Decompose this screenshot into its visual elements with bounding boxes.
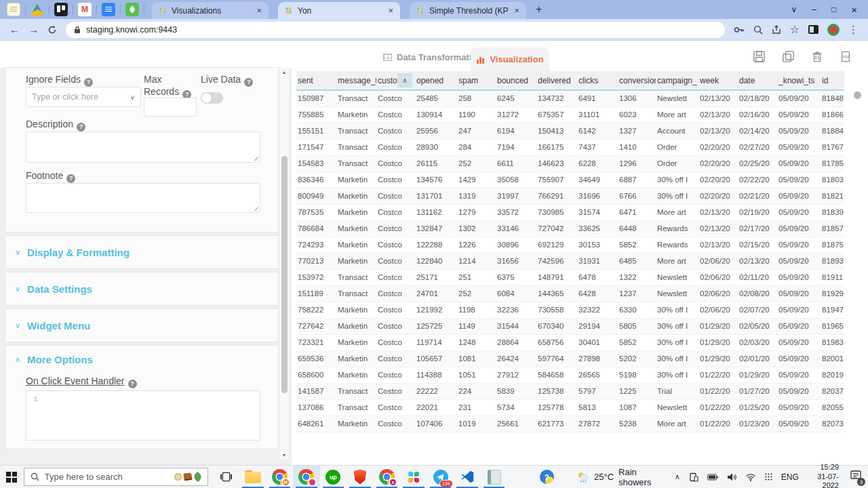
description-textarea[interactable]	[26, 132, 260, 162]
tab-simple-threshold[interactable]: Simple Threshold (KPI) – Docume ×	[410, 2, 526, 19]
gmail-pinned-tab-icon[interactable]: M	[78, 3, 92, 16]
action-center-button[interactable]: 3	[850, 470, 861, 483]
chrome-profile-3-button[interactable]: x	[374, 466, 401, 488]
sort-icon[interactable]: ∧	[397, 73, 412, 87]
start-button[interactable]	[0, 466, 24, 488]
live-data-toggle[interactable]	[201, 92, 223, 104]
url-field[interactable]: staging.knowi.com:9443	[66, 22, 725, 38]
chrome-profile-2-button[interactable]	[293, 466, 320, 488]
column-header-spam[interactable]: spam	[457, 71, 496, 90]
notebook-app-button[interactable]	[481, 466, 508, 488]
trello-pinned-tab-icon[interactable]	[54, 3, 68, 16]
clone-button[interactable]	[782, 50, 795, 63]
tab-search-icon[interactable]: ∨	[791, 5, 797, 14]
speaker-icon[interactable]	[727, 473, 736, 481]
side-panel-icon[interactable]	[808, 25, 818, 34]
column-header-opened[interactable]: opened	[415, 71, 457, 90]
forward-icon[interactable]: →	[28, 24, 39, 35]
column-header-delivered[interactable]: delivered	[536, 71, 577, 90]
table-cell: 02/13/20	[698, 123, 738, 139]
clock[interactable]: 15:29 31-07-2022	[808, 463, 839, 488]
table-row: 786684MarketinCostco13284713023314672704…	[296, 220, 844, 237]
close-tab-icon[interactable]: ×	[513, 6, 520, 15]
ignore-fields-select[interactable]: Type or click here ∨	[26, 87, 141, 107]
column-header-conversion[interactable]: conversion	[618, 71, 656, 90]
vscode-button[interactable]	[454, 466, 481, 488]
help-icon[interactable]: ?	[244, 78, 253, 87]
maximize-window-icon[interactable]: □	[831, 5, 836, 14]
section-display-formatting[interactable]: ∨ Display & Formatting	[5, 236, 278, 268]
export-pdf-button[interactable]: PDF	[840, 50, 852, 63]
table-cell: Costco	[376, 204, 415, 220]
taskbar-search[interactable]	[24, 468, 209, 486]
google-docs-pinned-tab-icon[interactable]	[102, 3, 115, 16]
chrome-profile-1-button[interactable]: M	[267, 466, 294, 488]
devices-icon[interactable]	[689, 472, 698, 482]
column-header-week[interactable]: week	[698, 71, 738, 90]
max-records-input[interactable]	[144, 98, 197, 117]
table-cell: 6471	[618, 204, 656, 220]
new-tab-button[interactable]: +	[536, 3, 542, 16]
footnote-textarea[interactable]	[26, 184, 260, 212]
minimize-window-icon[interactable]: –	[812, 5, 816, 14]
column-header-custo[interactable]: custo∧	[376, 71, 415, 90]
green-app-pinned-tab-icon[interactable]	[125, 3, 139, 16]
help-icon[interactable]: ?	[128, 380, 137, 388]
column-header-clicks[interactable]: clicks	[577, 71, 618, 90]
battery-icon[interactable]	[707, 474, 718, 481]
save-button[interactable]	[753, 50, 766, 63]
language-indicator[interactable]: ENG	[781, 472, 799, 482]
help-icon[interactable]: ?	[77, 123, 85, 131]
reload-icon[interactable]	[47, 25, 57, 35]
help-icon[interactable]: ?	[84, 78, 93, 87]
telegram-button[interactable]: 139	[427, 466, 454, 488]
sidebar-scrollbar[interactable]: ▲ ▼	[279, 68, 289, 460]
help-icon[interactable]: ?	[66, 174, 75, 183]
brave-button[interactable]	[347, 466, 374, 488]
slack-button[interactable]	[400, 466, 427, 488]
tray-expand-icon[interactable]: ∧	[675, 472, 680, 481]
column-header-campaign[interactable]: campaign_	[656, 71, 698, 90]
weather-widget[interactable]: 25°C Rain showers	[576, 467, 669, 487]
close-tab-icon[interactable]: ×	[387, 6, 394, 15]
column-header-id[interactable]: id	[821, 71, 844, 90]
column-header-date[interactable]: date	[738, 71, 777, 90]
column-header-knowi-ts[interactable]: _knowi_ts	[777, 71, 821, 90]
hidden-icons-grid-icon[interactable]	[765, 473, 772, 481]
on-click-code-editor[interactable]: 1	[26, 390, 260, 441]
column-header-bounced[interactable]: bounced	[496, 71, 536, 90]
tab-data-transformation[interactable]: Data Transformation	[383, 52, 482, 62]
section-data-settings[interactable]: ∨ Data Settings	[5, 272, 278, 305]
browser-menu-icon[interactable]: ⋮	[848, 24, 859, 36]
key-icon[interactable]	[734, 26, 745, 34]
tab-visualizations[interactable]: Visualizations ×	[152, 2, 269, 19]
profile-avatar[interactable]	[827, 24, 840, 36]
tab-visualization[interactable]: Visualization	[471, 47, 549, 71]
help-app-button[interactable]: ?	[533, 466, 560, 488]
column-header-sent[interactable]: sent	[296, 71, 336, 90]
tab-yon[interactable]: Yon ×	[278, 2, 400, 19]
table-cell: 6428	[577, 285, 618, 302]
back-icon[interactable]: ←	[9, 24, 20, 35]
bookmark-star-icon[interactable]: ☆	[790, 23, 800, 36]
column-header-message-t[interactable]: message_t	[336, 71, 376, 90]
scroll-down-icon[interactable]: ▼	[279, 453, 289, 458]
task-view-button[interactable]	[212, 466, 239, 488]
search-input[interactable]	[45, 472, 170, 482]
file-explorer-button[interactable]	[239, 466, 267, 488]
section-widget-menu[interactable]: ∨ Widget Menu	[5, 309, 278, 342]
google-drive-pinned-tab-icon[interactable]	[31, 3, 44, 16]
grid-scrollbar-thumb[interactable]	[854, 92, 861, 99]
more-options-header[interactable]: ∧ More Options	[15, 346, 93, 373]
share-icon[interactable]	[772, 25, 781, 35]
scroll-up-icon[interactable]: ▲	[279, 70, 289, 75]
close-tab-icon[interactable]: ×	[256, 6, 262, 15]
delete-button[interactable]	[811, 50, 823, 63]
close-window-icon[interactable]: ×	[851, 4, 857, 16]
notes-pinned-tab-icon[interactable]	[7, 3, 20, 16]
wifi-icon[interactable]	[745, 473, 756, 481]
upwork-button[interactable]: up	[320, 466, 347, 488]
table-cell: 05/09/20	[777, 318, 821, 334]
zoom-icon[interactable]	[753, 25, 763, 35]
scrollbar-thumb[interactable]	[281, 156, 288, 393]
